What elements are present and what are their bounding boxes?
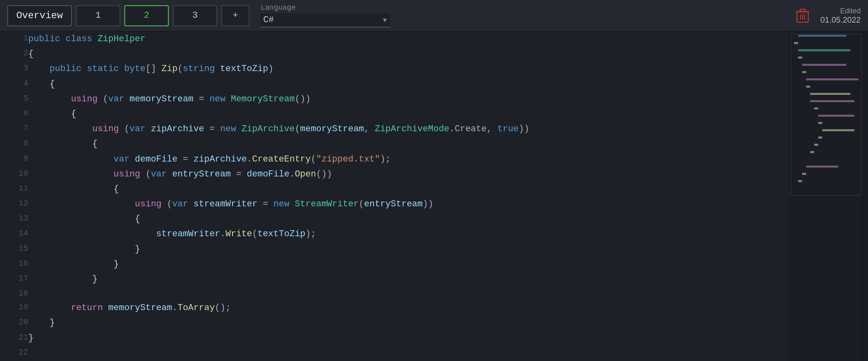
language-label: Language [261, 4, 390, 12]
tab-3[interactable]: 3 [173, 5, 217, 26]
table-row: 3 public static byte[] Zip(string textTo… [0, 61, 790, 76]
table-row: 2 { [0, 46, 790, 61]
line-number: 17 [0, 272, 28, 287]
table-row: 13 { [0, 212, 790, 227]
line-number: 21 [0, 331, 28, 346]
code-area: 1 public class ZipHelper 2 { 3 public st… [0, 31, 868, 361]
line-code: streamWriter.Write(textToZip); [28, 227, 790, 241]
line-number: 20 [0, 315, 28, 330]
table-row: 10 using (var entryStream = demoFile.Ope… [0, 167, 790, 182]
tab-1[interactable]: 1 [76, 5, 120, 26]
line-number: 8 [0, 136, 28, 151]
line-code: { [28, 136, 790, 151]
line-number: 14 [0, 227, 28, 241]
line-number: 13 [0, 212, 28, 227]
table-row: 7 using (var zipArchive = new ZipArchive… [0, 122, 790, 136]
topbar-right: Edited 01.05.2022 [796, 7, 861, 25]
table-row: 5 using (var memoryStream = new MemorySt… [0, 92, 790, 107]
table-row: 9 var demoFile = zipArchive.CreateEntry(… [0, 152, 790, 167]
language-select-wrapper: C# JavaScript Python Java C++ TypeScript… [261, 13, 390, 27]
tab-overview[interactable]: Overview [7, 5, 72, 26]
line-code: { [28, 77, 790, 92]
line-code: public class ZipHelper [28, 31, 790, 46]
delete-icon [796, 8, 809, 23]
line-code: { [28, 182, 790, 197]
minimap-canvas [790, 31, 862, 361]
line-code: { [28, 212, 790, 227]
line-number: 22 [0, 346, 28, 359]
table-row: 8 { [0, 136, 790, 151]
table-row: 6 { [0, 107, 790, 122]
table-row: 20 } [0, 315, 790, 330]
line-number: 4 [0, 77, 28, 92]
table-row: 4 { [0, 77, 790, 92]
line-code: } [28, 272, 790, 287]
line-number: 5 [0, 92, 28, 107]
line-code: return memoryStream.ToArray(); [28, 300, 790, 315]
line-code: { [28, 107, 790, 122]
line-code: } [28, 331, 790, 346]
table-row: 1 public class ZipHelper [0, 31, 790, 46]
line-number: 1 [0, 31, 28, 46]
minimap [790, 31, 862, 361]
line-code: var demoFile = zipArchive.CreateEntry("z… [28, 152, 790, 167]
table-row: 12 using (var streamWriter = new StreamW… [0, 197, 790, 212]
line-code: } [28, 242, 790, 257]
table-row: 11 { [0, 182, 790, 197]
table-row: 22 [0, 346, 790, 359]
code-editor[interactable]: 1 public class ZipHelper 2 { 3 public st… [0, 31, 790, 361]
line-number: 18 [0, 287, 28, 300]
scrollbar[interactable] [862, 31, 868, 361]
table-row: 14 streamWriter.Write(textToZip); [0, 227, 790, 241]
edited-date: 01.05.2022 [820, 15, 861, 25]
line-number: 9 [0, 152, 28, 167]
table-row: 15 } [0, 242, 790, 257]
language-group: Language C# JavaScript Python Java C++ T… [261, 4, 390, 27]
line-code: using (var memoryStream = new MemoryStre… [28, 92, 790, 107]
delete-button[interactable] [796, 8, 809, 23]
table-row: 17 } [0, 272, 790, 287]
line-code [28, 346, 790, 359]
line-code: using (var zipArchive = new ZipArchive(m… [28, 122, 790, 136]
table-row: 21 } [0, 331, 790, 346]
code-table: 1 public class ZipHelper 2 { 3 public st… [0, 31, 790, 359]
line-number: 16 [0, 257, 28, 272]
tab-2[interactable]: 2 [124, 5, 169, 26]
line-number: 2 [0, 46, 28, 61]
line-code: using (var entryStream = demoFile.Open()… [28, 167, 790, 182]
table-row: 16 } [0, 257, 790, 272]
edited-label: Edited [820, 7, 861, 15]
line-number: 3 [0, 61, 28, 76]
line-number: 15 [0, 242, 28, 257]
line-code: { [28, 46, 790, 61]
line-code: public static byte[] Zip(string textToZi… [28, 61, 790, 76]
line-number: 7 [0, 122, 28, 136]
line-code [28, 287, 790, 300]
topbar: Overview 1 2 3 + Language C# JavaScript … [0, 0, 868, 31]
table-row: 18 [0, 287, 790, 300]
tab-add[interactable]: + [221, 5, 249, 26]
line-code: } [28, 315, 790, 330]
line-code: using (var streamWriter = new StreamWrit… [28, 197, 790, 212]
line-number: 12 [0, 197, 28, 212]
edited-info: Edited 01.05.2022 [820, 7, 861, 25]
line-number: 11 [0, 182, 28, 197]
line-number: 19 [0, 300, 28, 315]
line-code: } [28, 257, 790, 272]
language-select[interactable]: C# JavaScript Python Java C++ TypeScript [261, 13, 390, 27]
line-number: 10 [0, 167, 28, 182]
table-row: 19 return memoryStream.ToArray(); [0, 300, 790, 315]
line-number: 6 [0, 107, 28, 122]
